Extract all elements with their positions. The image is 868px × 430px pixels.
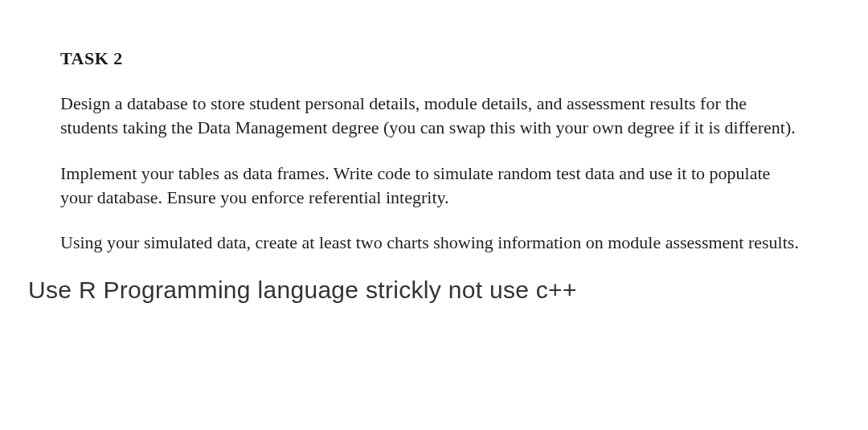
task-paragraph: Using your simulated data, create at lea… xyxy=(60,231,800,255)
task-heading: TASK 2 xyxy=(60,48,808,69)
language-instruction: Use R Programming language strickly not … xyxy=(28,276,808,304)
task-paragraph: Implement your tables as data frames. Wr… xyxy=(60,162,800,211)
task-paragraph: Design a database to store student perso… xyxy=(60,92,800,141)
